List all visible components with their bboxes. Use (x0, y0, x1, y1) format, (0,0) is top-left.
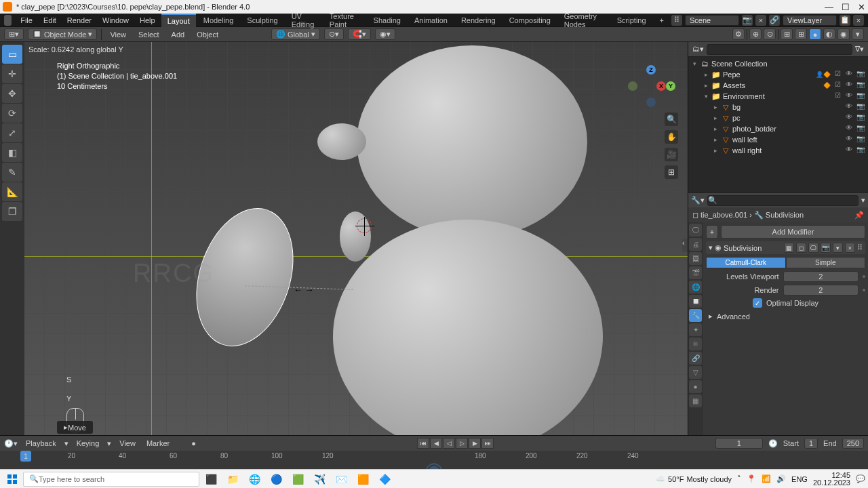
wifi-icon[interactable]: 📶 (762, 474, 771, 483)
shading-dropdown-icon[interactable]: ▾ (852, 28, 864, 40)
start-button[interactable] (3, 470, 22, 489)
scene-browse-icon[interactable]: ⠿ (671, 15, 682, 26)
tab-material-icon[interactable]: ● (689, 380, 702, 393)
gizmo-y-icon[interactable]: Y (666, 81, 675, 91)
tab-world-icon[interactable]: 🌐 (689, 281, 702, 293)
advanced-panel[interactable]: ▸ Advanced (706, 310, 865, 322)
tl-marker[interactable]: Marker (144, 439, 172, 448)
taskbar[interactable]: 🔍 Type here to search ⬛ 📁 🌐 🔵 🟩 ✈️ ✉️ 🟧 … (0, 469, 868, 488)
tool-rotate[interactable]: ⟳ (2, 104, 22, 123)
preview-range-icon[interactable]: 🕐 (768, 439, 778, 448)
workspace-shading[interactable]: Shading (368, 14, 407, 26)
bc-mod-name[interactable]: Subdivision (766, 211, 804, 219)
add-modifier-button[interactable]: Add Modifier (721, 225, 865, 239)
layer-name[interactable]: ViewLayer (783, 15, 837, 26)
taskbar-chrome[interactable]: 🔵 (266, 470, 286, 489)
jump-start-icon[interactable]: ⏮ (417, 438, 429, 449)
outliner-filter-icon[interactable]: ∇▾ (855, 45, 864, 54)
interaction-mode[interactable]: 🔲 Object Mode ▾ (28, 28, 97, 40)
window-close[interactable]: ✕ (858, 2, 865, 12)
gizmo-z-icon[interactable]: Z (646, 65, 656, 75)
layer-browse-icon[interactable]: 🔗 (769, 15, 780, 26)
tab-particles-icon[interactable]: ✦ (689, 323, 702, 336)
lang-indicator[interactable]: ENG (791, 475, 808, 483)
layer-new-icon[interactable]: 📋 (840, 15, 850, 26)
add-modifier-plus[interactable]: + (706, 225, 718, 239)
proportional-toggle[interactable]: ◉▾ (375, 28, 395, 40)
tool-annotate[interactable]: ✎ (2, 163, 22, 182)
keyframe-next-icon[interactable]: ▶ (469, 438, 481, 449)
props-options-icon[interactable]: ▾ (861, 196, 865, 205)
outliner-search[interactable] (707, 44, 852, 55)
tool-measure[interactable]: 📐 (2, 182, 22, 201)
last-op-panel[interactable]: ▸ Move (57, 421, 93, 434)
mod-dropdown-icon[interactable]: ▾ (833, 243, 843, 253)
header-view[interactable]: View (106, 30, 130, 39)
tool-addcube[interactable]: ❐ (2, 202, 22, 221)
editor-type-dropdown[interactable]: ⊞▾ (4, 28, 24, 40)
workspace-compositing[interactable]: Compositing (503, 14, 557, 26)
play-icon[interactable]: ▷ (456, 438, 468, 449)
shading-solid-icon[interactable]: ● (809, 28, 821, 40)
volume-icon[interactable]: 🔊 (776, 474, 786, 483)
scene-del-icon[interactable]: × (755, 15, 766, 26)
workspace-rendering[interactable]: Rendering (455, 14, 502, 26)
bc-pin-icon[interactable]: 📌 (854, 211, 864, 220)
gizmo-neg-y-icon[interactable] (628, 81, 637, 91)
gizmo-x-icon[interactable]: X (656, 81, 666, 91)
outliner-type-icon[interactable]: 🗂▾ (692, 45, 704, 54)
taskbar-mail[interactable]: ✉️ (331, 470, 351, 489)
mod-expand-icon[interactable]: ▾ (709, 243, 713, 252)
timeline-track[interactable]: 1 20 40 60 80 100 120 180 200 220 240 (0, 451, 868, 469)
header-object[interactable]: Object (193, 30, 222, 39)
taskbar-edge[interactable]: 🌐 (244, 470, 264, 489)
tool-cursor[interactable]: ✛ (2, 64, 22, 83)
tab-modifier-icon[interactable]: 🔧 (689, 309, 702, 322)
snap-toggle[interactable]: 🧲▾ (348, 28, 371, 40)
scene-name[interactable]: Scene (685, 15, 739, 26)
blender-logo-icon[interactable] (4, 15, 12, 26)
workspace-add[interactable]: + (654, 14, 670, 26)
bc-object-name[interactable]: tie_above.001 (701, 211, 747, 219)
mod-viewport-toggle-icon[interactable]: 🖵 (808, 243, 818, 253)
pivot-dropdown[interactable]: ⊙▾ (324, 28, 344, 40)
timeline-cursor[interactable]: 1 (20, 451, 31, 462)
tl-keying[interactable]: Keying (74, 439, 102, 448)
tool-scale[interactable]: ⤢ (2, 123, 22, 142)
jump-end-icon[interactable]: ⏭ (481, 438, 494, 449)
subdiv-simple-button[interactable]: Simple (786, 257, 866, 268)
pan-icon[interactable]: ✋ (665, 130, 678, 144)
workspace-animation[interactable]: Animation (408, 14, 454, 26)
location-icon[interactable]: 📍 (747, 474, 756, 483)
shading-matprev-icon[interactable]: ◐ (823, 28, 835, 40)
tl-playback[interactable]: Playback (23, 439, 59, 448)
taskbar-app3[interactable]: 🔷 (374, 470, 395, 489)
orientation-dropdown[interactable]: 🌐 Global ▾ (271, 28, 320, 40)
mod-edit-toggle-icon[interactable]: ▦ (784, 243, 794, 253)
weather-widget[interactable]: ☁️ 50°F Mostly cloudy (656, 474, 732, 483)
workspace-layout[interactable]: Layout (161, 14, 196, 27)
mod-name[interactable]: Subdivision (724, 244, 762, 252)
workspace-geonodes[interactable]: Geometry Nodes (558, 10, 610, 30)
tab-viewlayer-icon[interactable]: 🖼 (689, 252, 702, 265)
tool-select-box[interactable]: ▭ (2, 45, 22, 64)
scene-new-icon[interactable]: 📷 (742, 15, 753, 26)
menu-window[interactable]: Window (98, 15, 134, 26)
tab-physics-icon[interactable]: ⚛ (689, 338, 702, 350)
menu-help[interactable]: Help (135, 15, 160, 26)
subdiv-catmull-button[interactable]: Catmull-Clark (706, 257, 786, 268)
timeline-type-icon[interactable]: 🕐▾ (4, 439, 18, 448)
autokey-icon[interactable]: ● (191, 439, 196, 447)
tab-texture-icon[interactable]: ▦ (689, 394, 702, 407)
timeline[interactable]: 🕐▾ Playback▾ Keying▾ View Marker ● ⏮ ◀ ◁… (0, 435, 868, 469)
camera-toggle-icon[interactable]: 🎥 (665, 148, 678, 161)
workspace-sculpting[interactable]: Sculpting (241, 14, 283, 26)
notification-icon[interactable]: 💬 (856, 474, 865, 483)
mod-cage-toggle-icon[interactable]: ◻ (796, 243, 806, 253)
mod-delete-icon[interactable]: × (845, 243, 855, 253)
workspace-scripting[interactable]: Scripting (611, 14, 652, 26)
menu-file[interactable]: File (16, 15, 37, 26)
filter-icon[interactable]: ⚙ (732, 28, 745, 40)
chevron-up-icon[interactable]: ˄ (737, 474, 741, 483)
clock[interactable]: 12:45 20.12.2023 (813, 472, 850, 487)
